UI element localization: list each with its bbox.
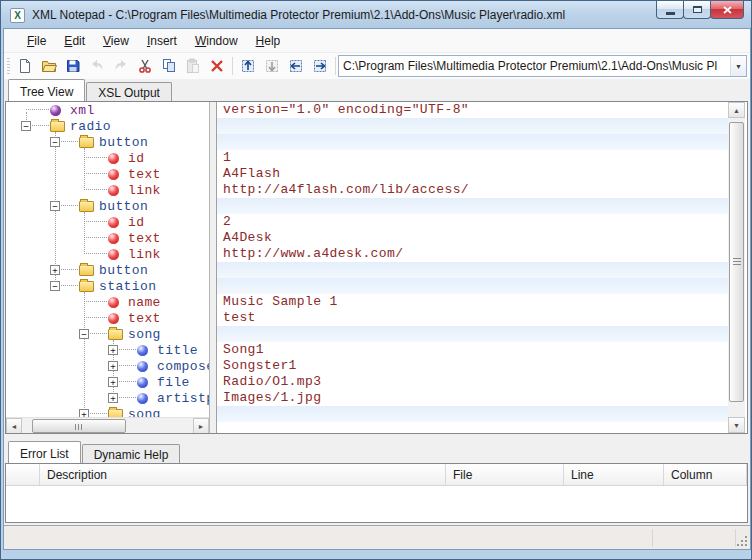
combobox-dropdown-button[interactable]: ▼ [730, 56, 746, 76]
tree-node-label: text [128, 311, 161, 326]
value-row[interactable]: A4Flash [217, 166, 728, 182]
nudge-right-icon [312, 58, 328, 74]
tree-node-name[interactable]: name [6, 294, 210, 310]
paste-button[interactable] [181, 55, 205, 77]
tree-node-label: link [128, 247, 161, 262]
new-document-button[interactable] [13, 55, 37, 77]
collapse-icon[interactable]: − [50, 137, 60, 147]
menu-item-help[interactable]: Help [247, 31, 290, 51]
value-row[interactable] [217, 198, 728, 214]
tree-node-link[interactable]: link [6, 246, 210, 262]
tab-dynamic-help[interactable]: Dynamic Help [82, 444, 181, 463]
column-header-column[interactable]: Column [664, 464, 747, 485]
maximize-button[interactable] [683, 1, 711, 19]
value-row[interactable]: test [217, 310, 728, 326]
value-row[interactable] [217, 118, 728, 134]
tree-node-link[interactable]: link [6, 182, 210, 198]
tree-node-file[interactable]: +file [6, 374, 210, 390]
column-header-icon[interactable] [6, 464, 40, 485]
expand-icon[interactable]: + [50, 265, 60, 275]
tree-node-text[interactable]: text [6, 230, 210, 246]
scroll-thumb[interactable] [32, 419, 126, 433]
tab-error-list[interactable]: Error List [8, 441, 81, 463]
collapse-icon[interactable]: − [50, 281, 60, 291]
menu-item-window[interactable]: Window [186, 31, 247, 51]
tree-node-radio[interactable]: −radio [6, 118, 210, 134]
value-vertical-scrollbar[interactable]: ▲ ▼ [728, 102, 745, 433]
collapse-icon[interactable]: − [79, 329, 89, 339]
menu-item-file[interactable]: File [18, 31, 55, 51]
nudge-left-button[interactable] [284, 55, 308, 77]
scroll-thumb[interactable] [729, 122, 744, 402]
value-row[interactable] [217, 134, 728, 150]
tree-node-button[interactable]: +button [6, 262, 210, 278]
delete-button[interactable] [205, 55, 229, 77]
value-row[interactable]: Radio/O1.mp3 [217, 374, 728, 390]
redo-button[interactable] [109, 55, 133, 77]
tree-node-button[interactable]: −button [6, 198, 210, 214]
tree-node-text[interactable]: text [6, 166, 210, 182]
toolbar-grip[interactable] [7, 58, 10, 74]
tree-node-label: song [128, 327, 161, 342]
value-row[interactable]: 1 [217, 150, 728, 166]
value-row[interactable]: A4Desk [217, 230, 728, 246]
value-row[interactable] [217, 278, 728, 294]
cut-button[interactable] [133, 55, 157, 77]
tree-node-song[interactable]: −song [6, 326, 210, 342]
expand-icon[interactable]: + [108, 361, 118, 371]
value-row[interactable]: Song1 [217, 342, 728, 358]
value-row[interactable]: Music Sample 1 [217, 294, 728, 310]
scroll-up-button[interactable]: ▲ [728, 102, 745, 118]
value-text: A4Desk [217, 230, 728, 246]
value-row[interactable]: Songster1 [217, 358, 728, 374]
menu-item-edit[interactable]: Edit [55, 31, 94, 51]
minimize-button[interactable] [656, 1, 684, 19]
copy-button[interactable] [157, 55, 181, 77]
tree-node-id[interactable]: id [6, 214, 210, 230]
nudge-up-button[interactable] [236, 55, 260, 77]
value-row[interactable] [217, 262, 728, 278]
resize-grip[interactable] [736, 535, 748, 547]
expand-icon[interactable]: + [79, 409, 89, 417]
nudge-down-button[interactable] [260, 55, 284, 77]
column-header-file[interactable]: File [446, 464, 564, 485]
tree-node-id[interactable]: id [6, 150, 210, 166]
collapse-icon[interactable]: − [21, 121, 31, 131]
expand-icon[interactable]: + [108, 377, 118, 387]
value-row[interactable]: 2 [217, 214, 728, 230]
title-bar[interactable]: X XML Notepad - C:\Program Files\Multime… [1, 1, 751, 29]
tree-node-button[interactable]: −button [6, 134, 210, 150]
undo-button[interactable] [85, 55, 109, 77]
tree-node-compose[interactable]: +compose [6, 358, 210, 374]
value-row[interactable] [217, 406, 728, 422]
tree-node-text[interactable]: text [6, 310, 210, 326]
close-button[interactable] [710, 1, 744, 19]
tree-node-station[interactable]: −station [6, 278, 210, 294]
scroll-right-button[interactable]: ► [193, 418, 209, 433]
value-row[interactable]: Images/1.jpg [217, 390, 728, 406]
tree-node-song[interactable]: +song [6, 406, 210, 417]
collapse-icon[interactable]: − [50, 201, 60, 211]
tab-xsl-output[interactable]: XSL Output [86, 82, 172, 101]
scroll-down-button[interactable]: ▼ [728, 417, 745, 433]
value-row[interactable]: http://www.a4desk.com/ [217, 246, 728, 262]
scroll-left-button[interactable]: ◄ [6, 418, 22, 433]
column-header-line[interactable]: Line [564, 464, 664, 485]
file-path-combobox[interactable]: C:\Program Files\Multimedia Protector Pr… [338, 55, 747, 77]
value-row[interactable]: http://a4flash.com/lib/access/ [217, 182, 728, 198]
value-row[interactable]: version="1.0" encoding="UTF-8" [217, 102, 728, 118]
save-button[interactable] [61, 55, 85, 77]
tree-node-title[interactable]: +title [6, 342, 210, 358]
tree-horizontal-scrollbar[interactable]: ◄ ► [6, 417, 209, 433]
nudge-right-button[interactable] [308, 55, 332, 77]
expand-icon[interactable]: + [108, 345, 118, 355]
menu-item-view[interactable]: View [94, 31, 138, 51]
menu-item-insert[interactable]: Insert [138, 31, 186, 51]
value-row[interactable] [217, 326, 728, 342]
tab-tree-view[interactable]: Tree View [8, 79, 85, 101]
expand-icon[interactable]: + [108, 393, 118, 403]
column-header-description[interactable]: Description [40, 464, 446, 485]
tree-node-artistp[interactable]: +artistp [6, 390, 210, 406]
tree-node-xml[interactable]: xml [6, 102, 210, 118]
open-file-button[interactable] [37, 55, 61, 77]
